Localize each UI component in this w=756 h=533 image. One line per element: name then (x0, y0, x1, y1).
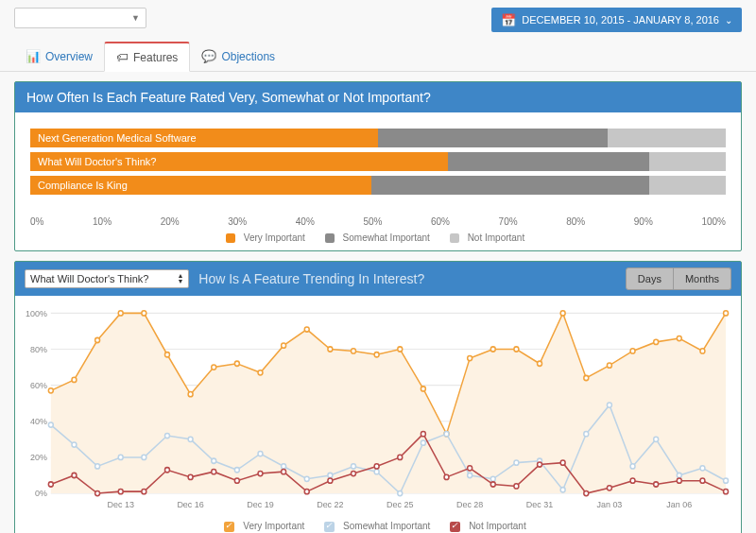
svg-point-14 (72, 378, 77, 383)
svg-point-69 (654, 438, 659, 442)
tab-objections[interactable]: 💬 Objections (190, 42, 286, 71)
svg-point-70 (677, 473, 681, 478)
svg-text:Dec 25: Dec 25 (387, 500, 413, 509)
svg-marker-12 (51, 314, 726, 494)
svg-point-32 (490, 347, 495, 352)
svg-point-21 (234, 362, 239, 367)
toggle-months[interactable]: Months (674, 267, 731, 290)
svg-text:0%: 0% (35, 489, 47, 498)
comment-icon: 💬 (201, 49, 216, 63)
svg-point-22 (258, 370, 263, 375)
svg-point-23 (282, 343, 286, 348)
time-toggle: Days Months (626, 267, 731, 290)
feature-select-value: What Will Doctor's Think? (30, 273, 148, 284)
svg-point-91 (468, 466, 472, 471)
svg-point-93 (514, 484, 519, 489)
legend2-very: Very Important (243, 521, 304, 531)
svg-point-76 (118, 490, 123, 494)
svg-point-63 (514, 460, 519, 465)
svg-point-85 (328, 478, 333, 483)
svg-point-87 (374, 464, 379, 469)
x-axis: 0%10%20%30%40%50%60%70%80%90%100% (30, 216, 726, 227)
svg-point-73 (48, 482, 53, 487)
svg-point-53 (282, 464, 286, 469)
bar-row: What Will Doctor's Think? (30, 152, 726, 171)
svg-point-86 (352, 472, 356, 476)
svg-point-89 (421, 432, 425, 437)
svg-point-37 (607, 363, 611, 368)
bar-label: Next Generation Medical Software (38, 129, 197, 147)
svg-point-19 (188, 392, 193, 397)
tabs: 📊 Overview 🏷 Features 💬 Objections (0, 42, 756, 72)
svg-point-90 (444, 475, 449, 480)
svg-text:Dec 28: Dec 28 (456, 500, 483, 509)
tab-label: Overview (45, 50, 93, 63)
stacked-bar-chart: Next Generation Medical SoftwareWhat Wil… (30, 129, 726, 213)
legend-not: Not Important (468, 232, 525, 243)
svg-point-46 (118, 456, 123, 460)
svg-point-27 (374, 352, 379, 357)
svg-text:60%: 60% (30, 381, 47, 390)
date-range-label: DECEMBER 10, 2015 - JANUARY 8, 2016 (522, 14, 719, 26)
svg-point-29 (421, 387, 425, 391)
svg-point-84 (304, 490, 309, 494)
svg-point-16 (118, 311, 123, 316)
panel2-title: How Is A Feature Trending In Interest? (198, 271, 616, 286)
svg-point-61 (468, 473, 472, 478)
svg-point-38 (630, 349, 635, 353)
svg-point-88 (398, 456, 403, 460)
bar-row: Next Generation Medical Software (30, 129, 726, 147)
caret-down-icon: ▼ (131, 13, 140, 23)
svg-point-34 (538, 362, 542, 367)
line-chart: 0%20%40%60%80%100%Dec 13Dec 16Dec 19Dec … (21, 305, 735, 513)
svg-point-43 (48, 422, 53, 427)
svg-point-13 (48, 388, 53, 393)
chart-icon: 📊 (26, 49, 41, 63)
svg-point-36 (584, 376, 589, 381)
svg-text:Dec 31: Dec 31 (526, 500, 553, 509)
svg-point-98 (630, 478, 635, 483)
svg-point-75 (95, 491, 100, 496)
svg-text:80%: 80% (30, 345, 47, 354)
svg-point-62 (490, 477, 495, 482)
stepper-icon: ▲▼ (177, 273, 183, 284)
svg-point-79 (188, 475, 193, 480)
svg-point-71 (700, 466, 705, 471)
svg-point-72 (724, 478, 729, 483)
svg-point-82 (258, 472, 263, 476)
svg-point-50 (212, 458, 216, 463)
bar-row: Compliance Is King (30, 176, 726, 195)
toggle-days[interactable]: Days (626, 267, 674, 290)
svg-point-80 (212, 470, 216, 474)
svg-text:20%: 20% (30, 453, 47, 462)
legend2: Very Important Somewhat Important Not Im… (15, 517, 741, 533)
tab-overview[interactable]: 📊 Overview (14, 42, 104, 71)
svg-point-83 (282, 470, 286, 474)
svg-point-66 (584, 432, 589, 437)
svg-point-25 (328, 347, 333, 352)
tab-label: Objections (221, 50, 275, 63)
svg-text:Jan 06: Jan 06 (666, 500, 692, 509)
svg-text:100%: 100% (26, 309, 47, 318)
feature-select[interactable]: What Will Doctor's Think? ▲▼ (25, 269, 189, 288)
svg-point-92 (490, 482, 495, 487)
svg-text:Dec 13: Dec 13 (108, 500, 134, 509)
tab-features[interactable]: 🏷 Features (104, 42, 190, 72)
calendar-icon: 📅 (501, 13, 516, 27)
svg-point-68 (630, 464, 635, 469)
svg-point-41 (700, 349, 705, 353)
svg-point-54 (304, 477, 309, 482)
date-range-picker[interactable]: 📅 DECEMBER 10, 2015 - JANUARY 8, 2016 ⌄ (491, 8, 742, 32)
legend-somewhat: Somewhat Important (343, 232, 430, 243)
top-dropdown[interactable]: ▼ (14, 8, 146, 28)
svg-point-47 (142, 456, 146, 460)
svg-text:Dec 16: Dec 16 (177, 500, 203, 509)
svg-text:Jan 03: Jan 03 (596, 500, 622, 509)
svg-point-67 (607, 403, 611, 407)
legend: Very Important Somewhat Important Not Im… (30, 232, 726, 243)
panel-title: How Often Is Each Feature Rated Very, So… (15, 82, 741, 112)
svg-point-100 (677, 478, 681, 483)
svg-point-20 (212, 365, 216, 370)
svg-point-33 (514, 347, 519, 352)
svg-point-77 (142, 490, 146, 494)
